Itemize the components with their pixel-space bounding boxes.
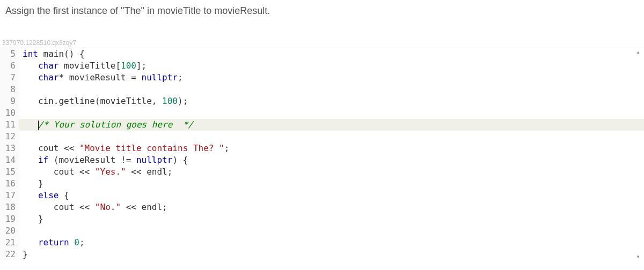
- code-line[interactable]: cout << "No." << endl;: [23, 201, 644, 213]
- code-area[interactable]: int main() { char movieTitle[100]; char*…: [19, 48, 644, 260]
- line-number: 6: [0, 60, 16, 72]
- code-line[interactable]: if (movieResult != nullptr) {: [23, 154, 644, 166]
- code-editor[interactable]: 5 6 7 8 9 10 11 12 13 14 15 16 17 18 19 …: [0, 48, 644, 260]
- code-line[interactable]: [23, 84, 644, 95]
- code-line[interactable]: }: [23, 178, 644, 190]
- line-number: 15: [0, 166, 16, 178]
- scroll-down-icon[interactable]: ▾: [634, 253, 642, 260]
- code-line[interactable]: }: [23, 249, 644, 260]
- line-number: 10: [0, 107, 16, 119]
- code-line[interactable]: else {: [23, 190, 644, 201]
- line-number: 7: [0, 72, 16, 84]
- code-line[interactable]: cout << "Yes." << endl;: [23, 166, 644, 178]
- line-number: 17: [0, 190, 16, 201]
- line-number: 12: [0, 131, 16, 142]
- code-line[interactable]: [23, 107, 644, 119]
- line-gutter: 5 6 7 8 9 10 11 12 13 14 15 16 17 18 19 …: [0, 48, 19, 260]
- line-number: 5: [0, 48, 16, 60]
- code-line[interactable]: int main() {: [23, 48, 644, 60]
- line-number: 16: [0, 178, 16, 190]
- line-number: 13: [0, 142, 16, 154]
- instruction-text: Assign the first instance of "The" in mo…: [0, 0, 644, 20]
- code-line[interactable]: return 0;: [23, 237, 644, 249]
- line-number: 22: [0, 249, 16, 260]
- line-number: 8: [0, 84, 16, 95]
- watermark-text: 337970.1228510.qx3zqy7: [0, 20, 644, 48]
- line-number: 14: [0, 154, 16, 166]
- code-line[interactable]: }: [23, 213, 644, 225]
- code-line[interactable]: cin.getline(movieTitle, 100);: [23, 95, 644, 107]
- line-number: 9: [0, 95, 16, 107]
- line-number: 18: [0, 201, 16, 213]
- scrollbar[interactable]: ▴ ▾: [634, 48, 644, 260]
- code-line-active[interactable]: /* Your solution goes here */: [23, 119, 644, 131]
- line-number: 11: [0, 119, 16, 131]
- code-line[interactable]: char movieTitle[100];: [23, 60, 644, 72]
- code-line[interactable]: cout << "Movie title contains The? ";: [23, 142, 644, 154]
- code-line[interactable]: char* movieResult = nullptr;: [23, 72, 644, 84]
- scroll-up-icon[interactable]: ▴: [634, 48, 642, 56]
- line-number: 21: [0, 237, 16, 249]
- line-number: 20: [0, 225, 16, 237]
- code-line[interactable]: [23, 131, 644, 142]
- code-line[interactable]: [23, 225, 644, 237]
- line-number: 19: [0, 213, 16, 225]
